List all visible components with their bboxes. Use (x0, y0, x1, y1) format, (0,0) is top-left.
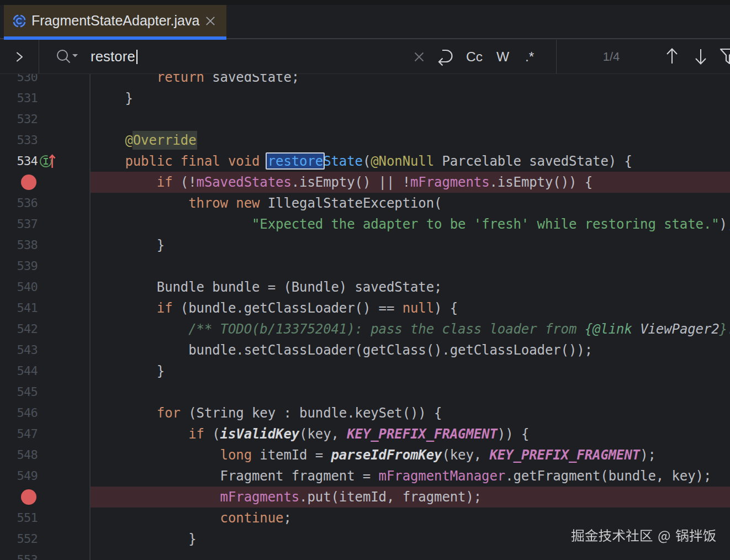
code-line-553[interactable]: 553 (0, 550, 730, 560)
code-line-530[interactable]: 530 return savedState; (0, 74, 730, 88)
line-gutter[interactable]: 532 (0, 109, 89, 130)
line-gutter[interactable]: 543 (0, 340, 89, 361)
previous-match-button[interactable] (665, 46, 679, 66)
line-number[interactable]: 546 (0, 403, 38, 424)
line-number[interactable]: 538 (0, 235, 38, 256)
code-editor[interactable]: 530 return savedState;531 }532533 @Overr… (0, 74, 730, 560)
line-number[interactable]: 537 (0, 214, 38, 235)
code-line-541[interactable]: 541 if (bundle.getClassLoader() == null)… (0, 298, 730, 319)
line-number[interactable]: 532 (0, 109, 38, 130)
line-gutter[interactable]: 546 (0, 403, 89, 424)
line-number[interactable]: 553 (0, 550, 38, 560)
code-line-547[interactable]: 547 if (isValidKey(key, KEY_PREFIX_FRAGM… (0, 424, 730, 445)
line-number[interactable]: 551 (0, 508, 38, 529)
code-text[interactable]: mFragments.put(itemId, fragment); (93, 487, 482, 508)
code-line-551[interactable]: 551 continue; (0, 508, 730, 529)
code-line-544[interactable]: 544 } (0, 361, 730, 382)
code-line-532[interactable]: 532 (0, 109, 730, 130)
code-line-542[interactable]: 542 /** TODO(b/133752041): pass the clas… (0, 319, 730, 340)
line-number[interactable]: 539 (0, 256, 38, 277)
line-gutter[interactable]: 547 (0, 424, 89, 445)
tab-fragmentstateadapter[interactable]: FragmentStateAdapter.java (4, 5, 226, 36)
code-line-549[interactable]: 549 Fragment fragment = mFragmentManager… (0, 466, 730, 487)
line-gutter[interactable]: 530 (0, 74, 89, 88)
code-text[interactable]: } (93, 529, 197, 550)
code-text[interactable]: if (!mSavedStates.isEmpty() || !mFragmen… (93, 172, 593, 193)
code-line-545[interactable]: 545 (0, 382, 730, 403)
line-number[interactable]: 549 (0, 466, 38, 487)
insert-newline-icon[interactable] (435, 47, 454, 68)
code-line-546[interactable]: 546 for (String key : bundle.keySet()) { (0, 403, 730, 424)
code-line-538[interactable]: 538 } (0, 235, 730, 256)
line-number[interactable]: 543 (0, 340, 38, 361)
code-line-531[interactable]: 531 } (0, 88, 730, 109)
code-text[interactable]: } (93, 361, 165, 382)
code-line-540[interactable]: 540 Bundle bundle = (Bundle) savedState; (0, 277, 730, 298)
line-number[interactable]: 544 (0, 361, 38, 382)
breakpoint-gutter[interactable] (0, 487, 89, 508)
line-number[interactable]: 534 (0, 151, 38, 172)
code-text[interactable]: /** TODO(b/133752041): pass the class lo… (93, 319, 730, 340)
code-line-543[interactable]: 543 bundle.setClassLoader(getClass().get… (0, 340, 730, 361)
code-text[interactable]: @Override (93, 130, 197, 151)
line-gutter[interactable]: 537 (0, 214, 89, 235)
line-gutter[interactable]: 538 (0, 235, 89, 256)
clear-search-icon[interactable] (412, 50, 426, 64)
code-text[interactable]: return savedState; (93, 74, 299, 88)
line-number[interactable]: 542 (0, 319, 38, 340)
breakpoint-gutter[interactable] (0, 172, 89, 193)
code-text[interactable]: throw new IllegalStateException( (93, 193, 442, 214)
line-number[interactable]: 530 (0, 74, 38, 88)
override-marker-icon[interactable] (39, 152, 56, 170)
code-line-550[interactable]: mFragments.put(itemId, fragment); (0, 487, 730, 508)
line-gutter[interactable]: 542 (0, 319, 89, 340)
whole-words-toggle[interactable]: W (496, 40, 509, 73)
code-text[interactable]: bundle.setClassLoader(getClass().getClas… (93, 340, 593, 361)
code-line-539[interactable]: 539 (0, 256, 730, 277)
line-gutter[interactable]: 544 (0, 361, 89, 382)
code-line-534[interactable]: 534 public final void restoreState(@NonN… (0, 151, 730, 172)
code-text[interactable]: public final void restoreState(@NonNull … (93, 151, 632, 172)
tab-close-icon[interactable] (205, 15, 216, 27)
line-gutter[interactable]: 552 (0, 529, 89, 550)
line-number[interactable]: 533 (0, 130, 38, 151)
code-text[interactable]: "Expected the adapter to be 'fresh' whil… (93, 214, 730, 235)
code-line-548[interactable]: 548 long itemId = parseIdFromKey(key, KE… (0, 445, 730, 466)
line-gutter[interactable]: 533 (0, 130, 89, 151)
line-number[interactable]: 552 (0, 529, 38, 550)
line-gutter[interactable]: 548 (0, 445, 89, 466)
filter-matches-icon[interactable] (720, 47, 730, 66)
code-line-535[interactable]: if (!mSavedStates.isEmpty() || !mFragmen… (0, 172, 730, 193)
code-text[interactable]: } (93, 88, 133, 109)
line-gutter[interactable]: 536 (0, 193, 89, 214)
line-gutter[interactable]: 545 (0, 382, 89, 403)
code-text[interactable]: continue; (93, 508, 292, 529)
search-icon[interactable] (55, 49, 81, 66)
code-text[interactable]: long itemId = parseIdFromKey(key, KEY_PR… (93, 445, 656, 466)
code-text[interactable]: Fragment fragment = mFragmentManager.get… (93, 466, 711, 487)
regex-toggle[interactable]: .* (525, 40, 534, 73)
line-gutter[interactable]: 531 (0, 88, 89, 109)
line-gutter[interactable]: 541 (0, 298, 89, 319)
code-text[interactable]: if (bundle.getClassLoader() == null) { (93, 298, 458, 319)
line-gutter[interactable]: 539 (0, 256, 89, 277)
line-number[interactable]: 536 (0, 193, 38, 214)
line-gutter[interactable]: 540 (0, 277, 89, 298)
code-text[interactable]: if (isValidKey(key, KEY_PREFIX_FRAGMENT)… (93, 424, 529, 445)
line-gutter[interactable]: 534 (0, 151, 89, 172)
line-number[interactable]: 548 (0, 445, 38, 466)
line-number[interactable]: 545 (0, 382, 38, 403)
code-text[interactable]: Bundle bundle = (Bundle) savedState; (93, 277, 442, 298)
line-gutter[interactable]: 553 (0, 550, 89, 560)
next-match-button[interactable] (694, 46, 708, 66)
code-text[interactable]: for (String key : bundle.keySet()) { (93, 403, 442, 424)
code-line-536[interactable]: 536 throw new IllegalStateException( (0, 193, 730, 214)
search-input[interactable]: restore (91, 40, 137, 73)
code-text[interactable]: } (93, 235, 165, 256)
breakpoint-dot[interactable] (21, 175, 36, 190)
line-number[interactable]: 547 (0, 424, 38, 445)
code-line-533[interactable]: 533 @Override (0, 130, 730, 151)
line-number[interactable]: 541 (0, 298, 38, 319)
line-number[interactable]: 540 (0, 277, 38, 298)
line-number[interactable]: 531 (0, 88, 38, 109)
